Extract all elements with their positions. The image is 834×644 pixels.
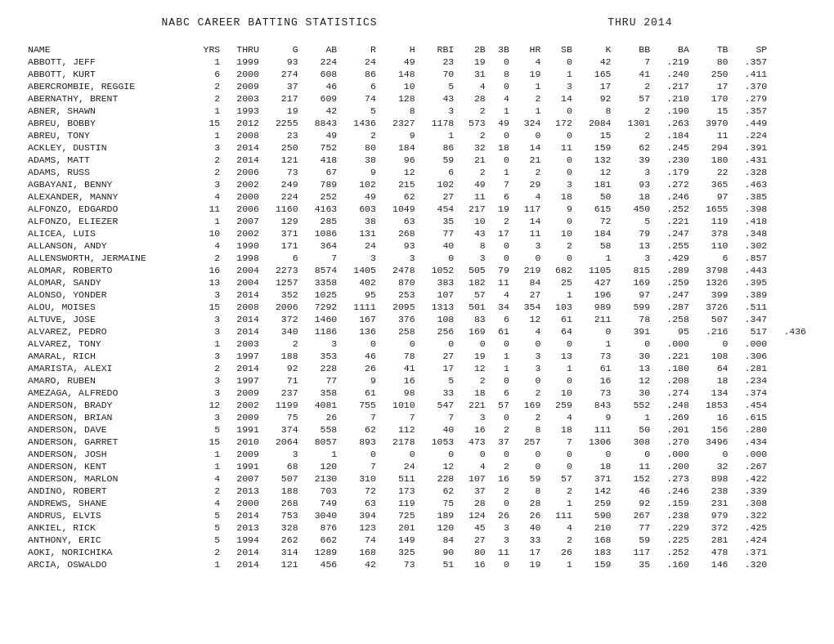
table-cell: ANDERSON, GARRET (25, 436, 192, 448)
table-cell: 4 (513, 190, 544, 203)
table-cell: 27 (513, 288, 544, 301)
table-cell: 253 (379, 288, 419, 301)
table-cell: 16 (489, 472, 513, 485)
table-cell: 25 (544, 276, 575, 288)
table-cell: 24 (340, 239, 379, 252)
table-cell: .272 (653, 178, 693, 190)
table-cell: 38 (340, 215, 379, 227)
table-cell: 1160 (262, 203, 302, 215)
table-cell: 171 (262, 239, 302, 252)
table-cell: 609 (302, 92, 341, 105)
table-cell: 86 (419, 141, 458, 154)
table-row: ABERNATHY, BRENT220032176097412843284214… (25, 92, 809, 105)
table-cell: 211 (576, 313, 615, 325)
table-cell: 19 (457, 350, 488, 362)
table-cell: 454 (419, 203, 458, 215)
col-sp: SP (732, 43, 771, 56)
table-cell: .357 (732, 105, 771, 117)
table-cell: 285 (302, 215, 341, 227)
table-cell: 2 (457, 374, 488, 387)
table-cell: 32 (693, 460, 732, 472)
table-cell: 11 (615, 460, 654, 472)
table-cell: 8 (513, 485, 544, 497)
table-cell: ABBOTT, JEFF (25, 56, 192, 68)
table-cell: 17 (419, 362, 458, 374)
table-cell: 18 (544, 190, 575, 203)
table-cell: 59 (615, 534, 654, 546)
table-cell: 473 (457, 436, 488, 448)
table-cell: ANTHONY, ERIC (25, 534, 192, 546)
table-cell: 2 (192, 252, 223, 264)
table-cell: .385 (732, 190, 771, 203)
table-cell: 58 (576, 239, 615, 252)
table-cell: .160 (653, 558, 693, 570)
table-cell: 257 (513, 436, 544, 448)
table-cell: 0 (544, 448, 575, 460)
table-cell: 93 (262, 56, 302, 68)
table-cell: 108 (419, 313, 458, 325)
table-cell: 4 (544, 411, 575, 423)
table-cell: .259 (653, 276, 693, 288)
table-cell: 1 (489, 166, 513, 178)
table-cell: 2 (192, 362, 223, 374)
table-cell: 2064 (262, 436, 302, 448)
table-cell: 33 (419, 387, 458, 399)
table-row: ALOMAR, SANDY132004125733584028703831821… (25, 276, 809, 288)
table-cell: 26 (302, 411, 341, 423)
table-cell: .449 (732, 117, 771, 129)
table-cell: 83 (457, 313, 488, 325)
table-cell: 228 (419, 472, 458, 485)
table-cell: 35 (615, 558, 654, 570)
table-cell: 1991 (223, 460, 262, 472)
table-cell: 134 (693, 387, 732, 399)
table-cell: 365 (693, 178, 732, 190)
table-cell: ALLANSON, ANDY (25, 239, 192, 252)
table-cell: 73 (576, 350, 615, 362)
table-cell: 75 (419, 497, 458, 509)
table-cell: 0 (489, 374, 513, 387)
table-cell: 63 (379, 215, 419, 227)
table-cell: 7 (302, 252, 341, 264)
table-cell: .422 (732, 472, 771, 485)
table-cell: 3970 (693, 117, 732, 129)
table-cell: 38 (340, 154, 379, 166)
table-cell: 16 (576, 374, 615, 387)
table-row: ANDERSON, KENT11991681207241242001811.20… (25, 460, 809, 472)
table-cell: 876 (302, 521, 341, 534)
table-cell: .246 (653, 485, 693, 497)
table-cell: .184 (653, 129, 693, 141)
table-cell: .190 (653, 105, 693, 117)
table-cell: 40 (513, 521, 544, 534)
table-cell: 3 (379, 252, 419, 264)
table-cell: 16 (693, 411, 732, 423)
table-cell: 1997 (223, 374, 262, 387)
table-cell: 49 (489, 117, 513, 129)
table-cell: .255 (653, 239, 693, 252)
table-cell: 61 (489, 325, 513, 338)
table-cell: 250 (262, 141, 302, 154)
table-cell: 31 (457, 68, 488, 80)
table-cell: 80 (693, 56, 732, 68)
table-cell: 3 (615, 166, 654, 178)
table-cell: 237 (262, 387, 302, 399)
table-cell: 0 (544, 105, 575, 117)
table-cell: 107 (419, 288, 458, 301)
table-cell: ALEXANDER, MANNY (25, 190, 192, 203)
table-cell: 173 (379, 485, 419, 497)
table-cell: 189 (419, 509, 458, 521)
table-cell: 371 (576, 472, 615, 485)
table-cell: 92 (262, 362, 302, 374)
table-cell: 0 (544, 338, 575, 350)
table-cell: 352 (262, 288, 302, 301)
table-cell: ANDINO, ROBERT (25, 485, 192, 497)
table-cell: 12 (192, 399, 223, 411)
table-cell: 2006 (262, 301, 302, 313)
table-row: ANDERSON, JOSH1200931000000000.0000.000 (25, 448, 809, 460)
table-cell: 2006 (223, 166, 262, 178)
table-cell: .252 (653, 203, 693, 215)
table-cell: 80 (457, 546, 488, 558)
table-cell: 4 (489, 92, 513, 105)
table-cell: 75 (262, 411, 302, 423)
table-cell: 62 (340, 423, 379, 436)
table-cell: 14 (513, 215, 544, 227)
